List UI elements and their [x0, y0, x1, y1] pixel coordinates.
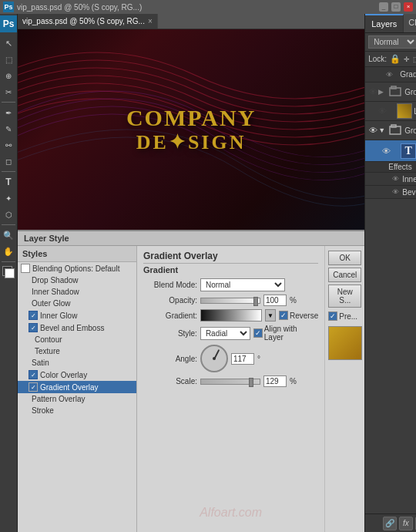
style-item-color-overlay[interactable]: ✓ Color Overlay [18, 369, 136, 381]
ok-button[interactable]: OK [328, 251, 361, 265]
style-item-contour[interactable]: Contour [18, 334, 136, 345]
shape-tool[interactable]: ⬡ [1, 207, 16, 222]
style-item-bevel-emboss[interactable]: ✓ Bevel and Emboss [18, 322, 136, 334]
layer-blend-mode[interactable]: Normal [368, 35, 416, 49]
scale-label: Scale: [143, 377, 197, 386]
gradient-label: Gradient: [143, 311, 197, 320]
selection-tool[interactable]: ⬚ [1, 52, 16, 67]
layer-item-group2[interactable]: 👁 ▼ Group 2 copy 3 [365, 121, 416, 140]
reverse-checkbox[interactable]: ✓ [279, 311, 288, 320]
lock-pixel-icon[interactable]: ⬚ [413, 56, 416, 63]
effects-label-row: Effects [365, 162, 416, 173]
style-check-bevel: ✓ [29, 323, 38, 332]
new-style-button[interactable]: New S... [328, 285, 361, 308]
angle-input[interactable] [231, 353, 254, 365]
scale-row: Scale: % [143, 375, 318, 387]
angle-unit: ° [257, 355, 260, 363]
lock-position-icon[interactable]: 🔒 [390, 54, 401, 64]
style-item-blending[interactable]: Blending Options: Default [18, 262, 136, 274]
preview-label: Pre... [339, 312, 357, 321]
tab-layers[interactable]: Layers [365, 14, 404, 32]
canvas-tab-active[interactable]: vip_pass.psd @ 50% (S copy, RG... × [18, 14, 158, 29]
title-bar: Ps vip_pass.psd @ 50% (S copy, RG...) _ … [0, 0, 416, 14]
style-item-pattern-overlay[interactable]: Pattern Overlay [18, 393, 136, 405]
crop-tool[interactable]: ✂ [1, 84, 16, 99]
visibility-scopy[interactable]: 👁 [381, 146, 391, 157]
preview-wrapper: ✓ Pre... [328, 311, 361, 321]
visibility-group1[interactable]: 👁 [367, 86, 378, 97]
effect-item-bevel-emboss[interactable]: 👁 Bevel and Emboss [365, 186, 416, 199]
close-btn[interactable]: × [404, 2, 413, 12]
style-select[interactable]: Radial [200, 327, 250, 340]
link-layers-btn[interactable]: 🔗 [383, 517, 397, 530]
ps-logo: Ps [0, 15, 17, 32]
tool-divider-2 [2, 171, 15, 172]
eraser-tool[interactable]: ◻ [1, 153, 16, 169]
gradient-bar[interactable] [200, 309, 262, 322]
style-item-stroke[interactable]: Stroke [18, 405, 136, 416]
tab-close-icon[interactable]: × [148, 17, 153, 25]
brush-tool[interactable]: ✎ [1, 121, 16, 136]
reverse-label: Reverse [290, 311, 318, 320]
align-layer-wrapper: ✓ Align with Layer [253, 325, 318, 342]
angle-control[interactable] [200, 345, 228, 372]
thumb-group2 [387, 123, 403, 138]
layer-item-group1[interactable]: 👁 ▶ Group 1 copy [365, 82, 416, 102]
layer-name-group1: Group 1 copy [404, 88, 416, 96]
gradient-arrow-btn[interactable]: ▼ [265, 309, 276, 322]
style-item-drop-shadow[interactable]: Drop Shadow [18, 274, 136, 286]
style-item-inner-glow[interactable]: ✓ Inner Glow [18, 309, 136, 322]
style-item-inner-shadow[interactable]: Inner Shadow [18, 286, 136, 298]
preview-checkbox[interactable]: ✓ [328, 311, 337, 321]
canvas-viewport[interactable]: COMPANY DE✦SIGN [18, 29, 364, 230]
effect-item-inner-glow[interactable]: 👁 Inner Glow [365, 173, 416, 186]
visibility-bevel-emboss[interactable]: 👁 [390, 187, 401, 197]
style-check-inner-glow: ✓ [29, 311, 38, 320]
add-style-btn[interactable]: fx [399, 517, 413, 530]
watermark: Alfoart.com [200, 506, 262, 520]
tool-divider-4 [2, 261, 15, 262]
arrow-group1[interactable]: ▶ [378, 88, 386, 96]
zoom-tool[interactable]: 🔍 [1, 227, 16, 243]
lock-bar: Lock: 🔒 ✛ ⬚ ◈ Fill: [365, 52, 416, 67]
visibility-layer8[interactable]: 👁 [377, 106, 387, 116]
lock-move-icon[interactable]: ✛ [404, 56, 410, 63]
reverse-checkbox-wrapper: ✓ Reverse [279, 311, 318, 320]
maximize-btn[interactable]: □ [391, 2, 401, 12]
layer-item-layer8[interactable]: 👁 Layer 8 fx [365, 102, 416, 121]
opacity-input[interactable] [263, 295, 287, 306]
left-toolbar: Ps ↖ ⬚ ⊕ ✂ ✒ ✎ ⚯ ◻ T ✦ ⬡ 🔍 ✋ [0, 14, 18, 532]
clone-tool[interactable]: ⚯ [1, 137, 16, 153]
layer-item-scopy[interactable]: 👁 T S copy fx [365, 140, 416, 162]
company-sub: DE✦SIGN [126, 130, 256, 154]
canvas-area: vip_pass.psd @ 50% (S copy, RG... × [18, 14, 364, 230]
style-item-gradient-overlay[interactable]: ✓ Gradient Overlay [18, 381, 136, 393]
style-check-color-overlay: ✓ [29, 370, 38, 379]
visibility-inner-glow[interactable]: 👁 [390, 173, 401, 184]
fg-bg-colors[interactable] [1, 264, 16, 280]
scale-input[interactable] [263, 375, 287, 387]
move-tool[interactable]: ↖ [1, 35, 16, 51]
angle-row: Angle: ° [143, 345, 318, 372]
visibility-group2[interactable]: 👁 [367, 125, 378, 136]
company-name: COMPANY [126, 105, 256, 130]
eyedropper-tool[interactable]: ✒ [1, 105, 16, 120]
gradient-overlay-label: Gradient Overlay [400, 70, 416, 79]
tab-channels[interactable]: Channels [404, 14, 416, 32]
hand-tool[interactable]: ✋ [1, 244, 16, 259]
blend-mode-row: Blend Mode: Normal [143, 278, 318, 291]
arrow-group2[interactable]: ▼ [378, 126, 386, 134]
pen-tool[interactable]: ✦ [1, 190, 16, 206]
style-item-texture[interactable]: Texture [18, 345, 136, 357]
layer-item-gradient-overlay-header: 👁 Gradient Overlay [365, 67, 416, 82]
minimize-btn[interactable]: _ [379, 2, 388, 12]
type-tool[interactable]: T [1, 174, 16, 190]
opacity-slider[interactable] [200, 298, 260, 304]
blend-mode-select[interactable]: Normal [200, 278, 285, 291]
style-item-outer-glow[interactable]: Outer Glow [18, 298, 136, 309]
cancel-button[interactable]: Cancel [328, 268, 361, 282]
scale-slider[interactable] [200, 379, 260, 385]
style-item-satin[interactable]: Satin [18, 357, 136, 369]
align-layer-checkbox[interactable]: ✓ [253, 328, 263, 338]
lasso-tool[interactable]: ⊕ [1, 68, 16, 83]
